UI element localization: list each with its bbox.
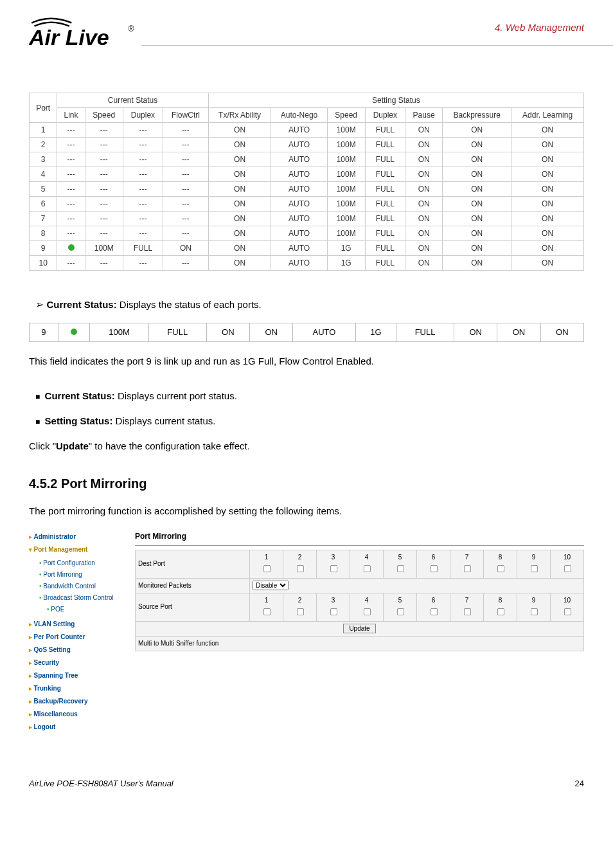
- col-header: Tx/Rx Ability: [208, 108, 271, 123]
- cell: ON: [405, 167, 443, 182]
- monitored-select[interactable]: Disable: [253, 581, 289, 590]
- sidebar-subitem[interactable]: Bandwidth Control: [39, 581, 129, 592]
- cell: 100M: [327, 123, 365, 138]
- port-checkbox[interactable]: [497, 565, 504, 572]
- link-dot-cell: [58, 323, 90, 342]
- port-checkbox[interactable]: [396, 565, 404, 572]
- cell: 100M: [327, 152, 365, 167]
- sidebar-subitem[interactable]: Port Mirroring: [39, 569, 129, 581]
- port-checkbox[interactable]: [296, 608, 303, 615]
- port-checkbox[interactable]: [497, 608, 504, 615]
- port-number: 6: [420, 595, 447, 606]
- cell: ---: [57, 212, 85, 226]
- port-number: 9: [520, 595, 547, 606]
- port-checkbox[interactable]: [463, 565, 470, 572]
- sidebar-item[interactable]: Port Management: [29, 543, 129, 556]
- col-header: Duplex: [123, 108, 163, 123]
- page-number: 24: [575, 779, 584, 788]
- port-checkbox[interactable]: [363, 608, 370, 615]
- update-cell: Update: [136, 621, 584, 636]
- b1b: Current Status:: [45, 390, 115, 401]
- cell: ---: [57, 182, 85, 197]
- sidebar-subitem[interactable]: Port Configuration: [39, 557, 129, 569]
- sidebar-item[interactable]: VLAN Setting: [29, 618, 129, 631]
- cell: 1G: [327, 256, 365, 271]
- cell: ON: [249, 323, 292, 342]
- cell: FULL: [365, 167, 405, 182]
- cell: FULL: [365, 123, 405, 138]
- cell: ---: [163, 197, 209, 212]
- cell: ---: [163, 167, 209, 182]
- port-number: 3: [319, 595, 347, 606]
- port-cell: 2: [283, 593, 317, 621]
- cell: FULL: [365, 226, 405, 241]
- cell: ---: [123, 123, 163, 138]
- cell: ON: [208, 182, 271, 197]
- port-number: 4: [353, 552, 380, 563]
- cell: ON: [206, 323, 249, 342]
- cell: ---: [85, 138, 123, 152]
- port-cell: 2: [283, 550, 317, 578]
- cell: ---: [123, 197, 163, 212]
- mirror-panel: Port Mirroring Dest Port12345678910 Moni…: [135, 530, 584, 734]
- table-row: 1------------ONAUTO100MFULLONONON: [30, 123, 584, 138]
- cs-rest: Displays the status of each ports.: [117, 299, 262, 310]
- sidebar-item[interactable]: Backup/Recovery: [29, 695, 129, 708]
- sidebar-item[interactable]: Per Port Counter: [29, 631, 129, 644]
- port-checkbox[interactable]: [564, 565, 571, 572]
- port-checkbox[interactable]: [463, 608, 470, 615]
- port-number: 5: [386, 552, 414, 563]
- port-number: 10: [553, 595, 581, 606]
- port-cell: 9: [517, 550, 551, 578]
- cell: 100M: [327, 182, 365, 197]
- table-row: 6------------ONAUTO100MFULLONONON: [30, 197, 584, 212]
- cell: [57, 241, 85, 256]
- port-number: 1: [253, 552, 280, 563]
- cell: 6: [30, 197, 57, 212]
- svg-text:Air Live: Air Live: [29, 25, 109, 50]
- col-header: Link: [57, 108, 85, 123]
- cell: ON: [208, 212, 271, 226]
- cell: 9: [30, 323, 58, 342]
- grp-current: Current Status: [57, 93, 208, 108]
- update-button[interactable]: Update: [343, 624, 375, 633]
- port-checkbox[interactable]: [296, 565, 303, 572]
- port-number: 2: [286, 595, 314, 606]
- cell: ---: [85, 256, 123, 271]
- sidebar-subitem[interactable]: POE: [39, 604, 129, 615]
- sidebar-item[interactable]: Spanning Tree: [29, 669, 129, 682]
- cell: ---: [123, 226, 163, 241]
- grp-setting: Setting Status: [208, 93, 583, 108]
- cell: ---: [123, 152, 163, 167]
- cb: Update: [56, 440, 89, 451]
- sidebar-item[interactable]: QoS Setting: [29, 644, 129, 656]
- port-checkbox[interactable]: [263, 608, 270, 615]
- port-checkbox[interactable]: [330, 565, 337, 572]
- cell: ON: [511, 241, 584, 256]
- port-number: 8: [486, 552, 514, 563]
- port-cell: 6: [417, 593, 450, 621]
- sidebar-item[interactable]: Security: [29, 656, 129, 669]
- table-row: 7------------ONAUTO100MFULLONONON: [30, 212, 584, 226]
- port-cell: 7: [450, 550, 484, 578]
- port-checkbox[interactable]: [330, 608, 337, 615]
- port-checkbox[interactable]: [430, 565, 437, 572]
- cell: AUTO: [271, 123, 327, 138]
- sidebar-item[interactable]: Trunking: [29, 682, 129, 695]
- port-checkbox[interactable]: [530, 565, 537, 572]
- sidebar-subitem[interactable]: Broadcast Storm Control: [39, 592, 129, 604]
- port-checkbox[interactable]: [430, 608, 437, 615]
- sidebar-item[interactable]: Miscellaneous: [29, 708, 129, 721]
- sidebar-item[interactable]: Logout: [29, 721, 129, 734]
- port-checkbox[interactable]: [396, 608, 404, 615]
- port-checkbox[interactable]: [564, 608, 571, 615]
- port-checkbox[interactable]: [263, 565, 270, 572]
- port-checkbox[interactable]: [363, 565, 370, 572]
- b1r: Displays current port status.: [115, 390, 237, 401]
- cell: ---: [163, 182, 209, 197]
- cell: ON: [208, 138, 271, 152]
- port-checkbox[interactable]: [530, 608, 537, 615]
- sidebar-item[interactable]: Administrator: [29, 530, 129, 543]
- cell: 8: [30, 226, 57, 241]
- note-cell: Multi to Multi Sniffer function: [136, 636, 584, 651]
